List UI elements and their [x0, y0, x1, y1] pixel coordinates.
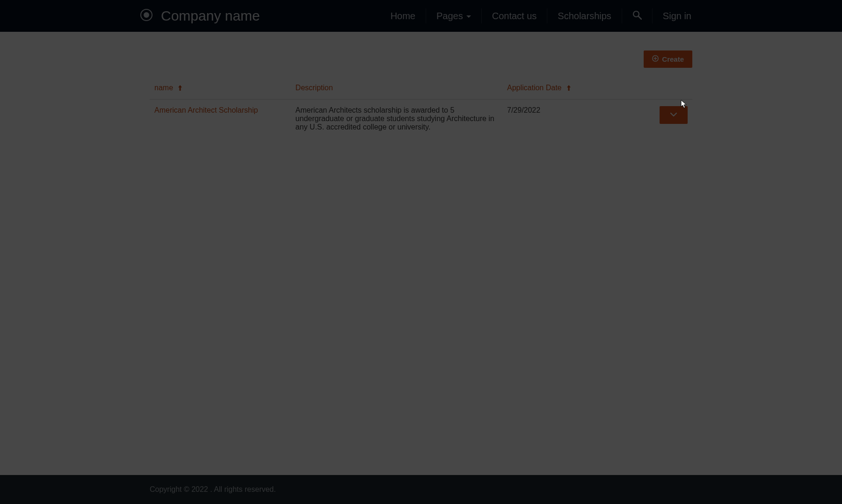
nav: Home Pages Contact us Scholarships — [380, 0, 702, 32]
column-header-application-date[interactable]: Application Date — [502, 77, 627, 99]
nav-home-label: Home — [391, 11, 415, 22]
row-name-link[interactable]: American Architect Scholarship — [154, 106, 258, 114]
row-description: American Architects scholarship is award… — [291, 99, 502, 138]
column-header-application-date-label: Application Date — [507, 84, 562, 92]
nav-contact[interactable]: Contact us — [482, 8, 548, 23]
column-header-name[interactable]: name — [150, 77, 291, 99]
chevron-down-icon — [670, 111, 677, 118]
sort-asc-icon — [566, 84, 571, 93]
nav-signin[interactable]: Sign in — [653, 8, 702, 23]
toolbar: Create — [150, 50, 692, 68]
plus-icon — [652, 55, 659, 63]
footer-text: Copyright © 2022 . All rights reserved. — [150, 485, 276, 493]
nav-pages[interactable]: Pages — [426, 8, 482, 23]
brand-logo-icon — [140, 9, 152, 23]
column-header-actions — [627, 77, 692, 99]
header: Company name Home Pages Contact us Schol… — [0, 0, 842, 32]
svg-line-3 — [639, 16, 641, 19]
row-actions-dropdown-button[interactable] — [660, 106, 688, 124]
nav-signin-label: Sign in — [663, 11, 691, 22]
column-header-name-label: name — [154, 84, 173, 92]
column-header-description[interactable]: Description — [291, 77, 502, 99]
footer: Copyright © 2022 . All rights reserved. — [0, 475, 842, 504]
row-date: 7/29/2022 — [502, 99, 627, 138]
nav-home[interactable]: Home — [380, 8, 426, 23]
brand-name: Company name — [161, 8, 260, 24]
create-button-label: Create — [662, 55, 684, 63]
brand[interactable]: Company name — [140, 8, 260, 24]
create-button[interactable]: Create — [644, 50, 692, 68]
sort-asc-icon — [178, 84, 182, 93]
column-header-description-label: Description — [296, 84, 333, 92]
nav-contact-label: Contact us — [492, 11, 537, 22]
nav-scholarships-label: Scholarships — [558, 11, 611, 22]
svg-point-1 — [144, 12, 149, 18]
nav-pages-label: Pages — [436, 11, 463, 22]
scholarships-table: name Description Application Date — [150, 77, 692, 138]
caret-down-icon — [466, 15, 471, 18]
table-row: American Architect Scholarship American … — [150, 99, 692, 138]
nav-search[interactable] — [622, 8, 653, 23]
nav-scholarships[interactable]: Scholarships — [547, 8, 622, 23]
search-icon — [632, 10, 642, 22]
main-content: Create name Description — [140, 32, 702, 194]
